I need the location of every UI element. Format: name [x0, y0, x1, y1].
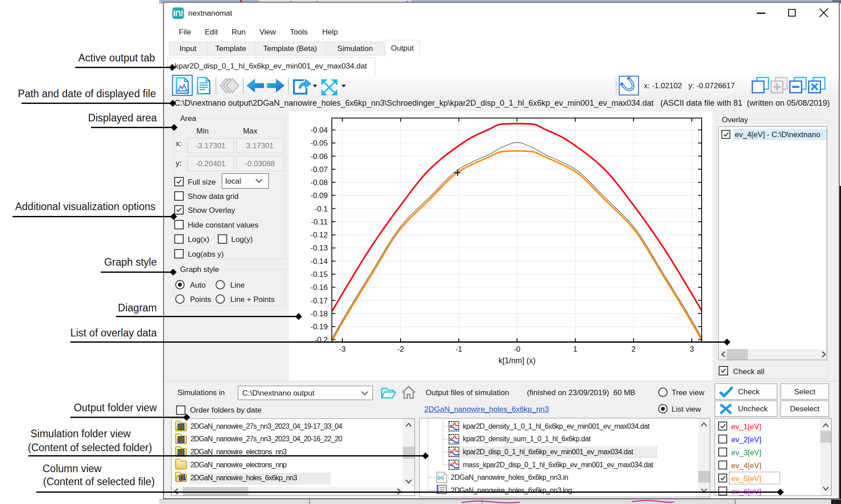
- svg-text:-0.1: -0.1: [315, 205, 328, 213]
- svg-text:-0.19: -0.19: [311, 323, 328, 331]
- svg-text:-0.15: -0.15: [311, 270, 328, 279]
- svg-text:-0.12: -0.12: [311, 231, 328, 239]
- svg-text:-0: -0: [513, 345, 520, 353]
- svg-text:-0.17: -0.17: [311, 297, 328, 305]
- svg-text:-0.04: -0.04: [311, 126, 328, 134]
- svg-text:-0.05: -0.05: [311, 139, 328, 147]
- svg-text:|n): |n): [438, 475, 444, 480]
- svg-text:-0.16: -0.16: [311, 283, 328, 292]
- svg-text:-0.13: -0.13: [311, 244, 328, 252]
- svg-text:1: 1: [573, 345, 577, 353]
- svg-text:-0.11: -0.11: [311, 218, 328, 226]
- svg-text:-0.06: -0.06: [311, 152, 328, 161]
- svg-text:-1: -1: [455, 345, 462, 353]
- svg-text:-0.14: -0.14: [311, 257, 328, 266]
- svg-text:-0.07: -0.07: [311, 165, 328, 174]
- svg-text:3: 3: [690, 345, 694, 353]
- svg-text:k[1/nm] (x): k[1/nm] (x): [499, 356, 536, 365]
- svg-text:2: 2: [631, 345, 635, 353]
- svg-text:-0.18: -0.18: [311, 310, 328, 318]
- svg-text:-3: -3: [339, 345, 345, 353]
- svg-text:-0.08: -0.08: [311, 178, 328, 187]
- svg-text:-0.09: -0.09: [311, 191, 328, 200]
- svg-text:-0.2: -0.2: [315, 336, 328, 344]
- svg-text:-2: -2: [397, 345, 404, 353]
